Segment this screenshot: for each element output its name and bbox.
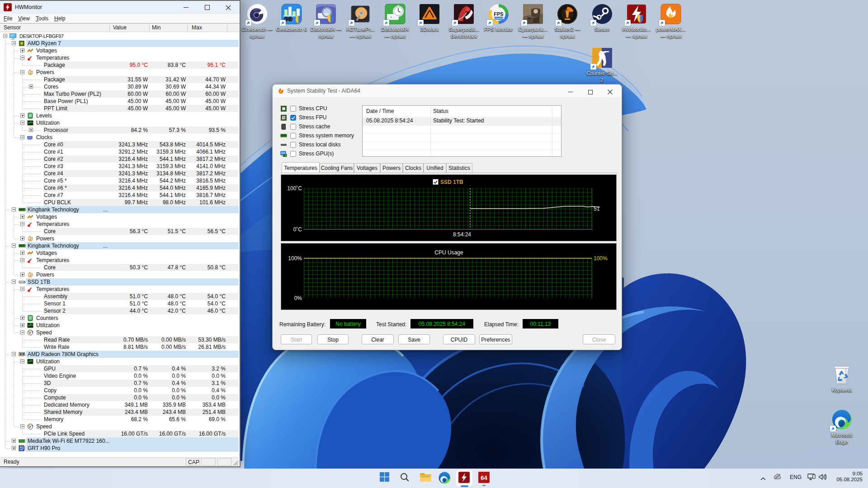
svg-text:FPS: FPS [494,11,503,17]
svg-text:64: 64 [481,474,487,481]
svg-text:100%: 100% [288,255,302,262]
svg-text:0˚C: 0˚C [293,226,302,233]
svg-text:51: 51 [594,206,600,212]
svg-text:8:54:24: 8:54:24 [453,231,471,238]
svg-text:CPU Usage: CPU Usage [434,249,463,256]
svg-text:100˚C: 100˚C [287,185,302,192]
svg-text:MONITOR: MONITOR [493,17,505,20]
svg-text:%: % [282,116,285,120]
svg-text:100%: 100% [594,255,608,262]
svg-text:0%: 0% [294,295,302,301]
